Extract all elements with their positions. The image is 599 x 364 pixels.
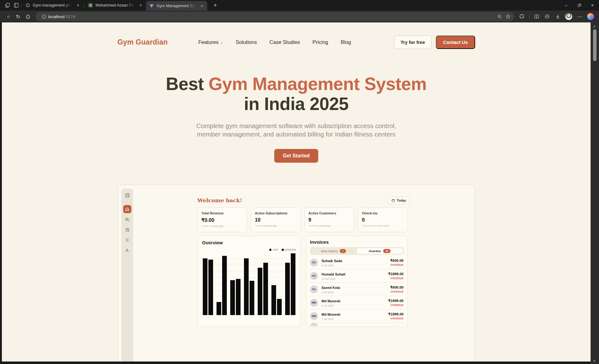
bar-predicted (222, 256, 227, 315)
browser-tab-2[interactable]: Mohammed Azaan Peshma × (85, 0, 146, 11)
invoices-tabs: Near Expiry 1 Overdue 10 (310, 247, 404, 255)
copilot-icon[interactable] (587, 13, 594, 20)
avatar (310, 323, 318, 326)
invoice-amount: ₹1999.00 (388, 299, 404, 303)
vertical-tabs-icon[interactable] (12, 1, 21, 9)
window-restore-button[interactable] (573, 0, 586, 11)
header-buttons: Try for free Contact Us (394, 36, 475, 49)
nav-solutions[interactable]: Solutions (236, 39, 257, 45)
bar-group (230, 253, 241, 315)
tab-overdue[interactable]: Overdue 10 (357, 248, 403, 254)
address-bar[interactable]: localhost:5174 (36, 12, 514, 21)
try-for-free-button[interactable]: Try for free (394, 36, 431, 49)
tab-separator (21, 3, 22, 8)
bar-predicted (208, 260, 213, 315)
browser-tab-3-active[interactable]: Gym Management System × (146, 1, 207, 11)
hero-subtitle: Complete gym management software with su… (2, 122, 591, 139)
bar-predicted (236, 279, 241, 315)
browser-tab-1[interactable]: Gym management project × (22, 0, 83, 11)
invoice-row[interactable]: SS Suhaib Sada8 Jul 2025 ₹600.00OVERDUE (310, 256, 404, 269)
invoices-panel: Invoices Near Expiry 1 Overdue 10 SS Suh… (306, 236, 408, 327)
tab-near-expiry-label: Near Expiry (321, 249, 338, 253)
site-info-icon[interactable] (39, 12, 48, 21)
stat-value: 0 (362, 217, 404, 223)
invoice-row[interactable]: MM Md Muneeb8 Jul 2025 ₹1999.00OVERDUE (310, 296, 404, 309)
hero-subtitle-line1: Complete gym management software with su… (2, 122, 591, 130)
stat-label: Active Customers (309, 211, 350, 215)
nav-blog[interactable]: Blog (341, 39, 351, 45)
get-started-button[interactable]: Get Started (274, 149, 318, 163)
stat-label: Total Revenue (202, 211, 243, 215)
invoice-amount: ₹600.00 (390, 258, 404, 263)
tab-1-close-icon[interactable]: × (75, 2, 81, 8)
stat-value: ₹0.00 (202, 217, 243, 223)
sidebar-profile-icon[interactable] (123, 246, 131, 254)
welcome-heading: Welcome back! (197, 197, 242, 204)
hero-heading: Best Gym Management Systemin India 2025 (2, 74, 591, 114)
sidebar-members-icon[interactable] (123, 215, 131, 223)
legend-predicted: predicted (282, 248, 296, 251)
profile-avatar[interactable] (565, 13, 572, 20)
site-nav: Features ⌄ Solutions Case Studies Pricin… (198, 39, 351, 45)
stat-active-subscriptions: Active Subscriptions 10 +0.0% vs yesterd… (251, 208, 301, 232)
legend-predicted-label: predicted (285, 248, 296, 251)
invoice-name: Suhaib Sada (322, 259, 342, 263)
sidebar-settings-icon[interactable] (123, 236, 131, 244)
page-scrollbar[interactable]: ▲ ▼ (591, 22, 599, 364)
dashboard-panels: Overview total predicted Invoices (197, 236, 408, 327)
bar-predicted (277, 299, 282, 315)
invoice-row-partial (310, 323, 404, 326)
zoom-icon[interactable] (495, 12, 504, 21)
tab-near-expiry[interactable]: Near Expiry 1 (311, 248, 357, 254)
scrollbar-thumb[interactable] (593, 29, 597, 61)
scrollbar-down-icon[interactable]: ▼ (593, 359, 596, 363)
extensions-icon[interactable] (517, 12, 527, 21)
window-minimize-button[interactable]: – (560, 0, 573, 11)
history-icon[interactable] (542, 12, 552, 21)
scrollbar-up-icon[interactable]: ▲ (593, 24, 596, 28)
avatar: SK (310, 285, 318, 293)
stat-label: Check-ins (362, 211, 404, 215)
stat-total-revenue: Total Revenue ₹0.00 +0.0% vs yesterday (197, 208, 247, 232)
bar-total (258, 268, 262, 315)
window-controls: – × (560, 0, 599, 11)
bar-predicted (263, 263, 268, 315)
more-menu-icon[interactable]: ⋯ (575, 12, 585, 21)
contact-us-button[interactable]: Contact Us (436, 36, 475, 49)
bar-total (271, 285, 276, 315)
sidebar-toggle-icon[interactable] (123, 191, 131, 199)
overview-title: Overview (202, 240, 296, 245)
nav-case-studies[interactable]: Case Studies (269, 39, 300, 45)
home-icon[interactable] (23, 12, 33, 21)
nav-features[interactable]: Features ⌄ (198, 39, 223, 45)
sidebar-invoices-icon[interactable] (123, 226, 131, 234)
browser-tab-bar: Gym management project × Mohammed Azaan … (0, 0, 599, 11)
dashboard-sidebar (121, 189, 133, 362)
hero-line2: in India 2025 (244, 94, 349, 114)
invoice-name: Md Muneeb (322, 313, 341, 316)
split-screen-icon[interactable] (532, 12, 542, 21)
refresh-icon[interactable]: ↻ (13, 12, 23, 21)
favorites-star-icon[interactable] (504, 12, 513, 21)
invoice-list: SS Suhaib Sada8 Jul 2025 ₹600.00OVERDUE … (310, 256, 404, 326)
invoice-row[interactable]: MM Md Muneeb7 Jul 2025 ₹1999.00OVERDUE (310, 309, 404, 323)
downloads-icon[interactable] (553, 12, 563, 21)
window-close-button[interactable]: × (586, 0, 599, 11)
invoice-row[interactable]: HS Humaid Suhail13 Jul 2025 ₹1999.00OVER… (310, 269, 404, 283)
stat-subtext: +0.0% vs yesterday (255, 224, 297, 227)
overdue-badge: 10 (383, 249, 391, 253)
new-tab-button[interactable]: + (211, 1, 220, 10)
back-icon[interactable] (3, 12, 13, 21)
tab-3-close-icon[interactable]: × (199, 3, 205, 9)
hero-section: Best Gym Management Systemin India 2025 … (2, 74, 591, 163)
invoice-row[interactable]: SK Saeed Kola4 Jul 2025 ₹600.00OVERDUE (310, 283, 404, 296)
brand-logo[interactable]: Gym Guardian (118, 38, 168, 46)
tab-activity-icon[interactable] (3, 1, 12, 9)
tab-2-close-icon[interactable]: × (138, 2, 144, 8)
sidebar-home-icon[interactable] (123, 205, 131, 213)
tab-1-title: Gym management project (33, 3, 73, 7)
invoice-status: OVERDUE (390, 263, 404, 266)
today-button[interactable]: Today (388, 197, 409, 204)
invoice-date: 8 Jul 2025 (322, 304, 388, 307)
nav-pricing[interactable]: Pricing (313, 39, 328, 45)
